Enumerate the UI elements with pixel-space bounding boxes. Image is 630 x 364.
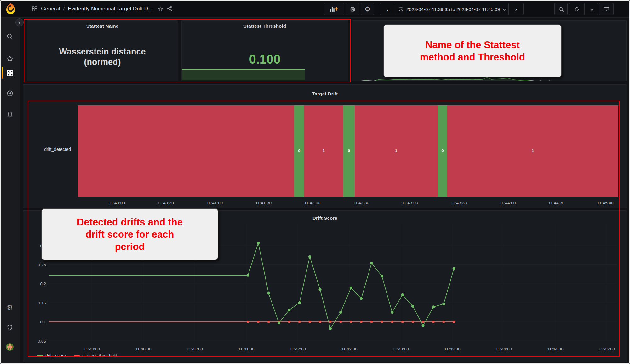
- x-tick-label: 11:42:00: [304, 201, 321, 205]
- svg-text:0.1: 0.1: [40, 320, 46, 324]
- monitor-icon: [603, 6, 610, 12]
- user-avatar[interactable]: [4, 341, 16, 353]
- chevron-right-icon: ›: [19, 20, 20, 25]
- annotation-callout-stattest: Name of the Stattest method and Threshol…: [383, 24, 562, 77]
- breadcrumb-title[interactable]: Evidently Numerical Target Drift D...: [68, 6, 152, 12]
- sidebar-item-configuration[interactable]: ⚙: [4, 302, 16, 314]
- svg-text:11:40:30: 11:40:30: [135, 347, 152, 351]
- left-sidebar: ⚙ ?: [0, 17, 20, 364]
- svg-text:11:42:30: 11:42:30: [341, 347, 358, 351]
- svg-text:11:45:00: 11:45:00: [599, 347, 615, 351]
- timeline-segment[interactable]: 0: [294, 105, 304, 197]
- svg-text:11:42:00: 11:42:00: [289, 347, 306, 351]
- legend-label: stattest_threshold: [82, 353, 117, 358]
- cycle-view-mode-button[interactable]: [599, 3, 614, 15]
- clock-icon: [398, 6, 404, 12]
- bell-icon: [6, 111, 14, 118]
- sidebar-item-starred[interactable]: [4, 53, 16, 65]
- stattest-threshold-value: 0.100: [182, 52, 348, 66]
- annotation-callout-drifts: Detected drifts and the drift score for …: [41, 208, 218, 260]
- breadcrumb-section[interactable]: General: [41, 6, 60, 12]
- panel-title[interactable]: Target Drift: [23, 91, 627, 96]
- refresh-button[interactable]: [569, 3, 584, 15]
- x-tick-label: 11:43:30: [451, 201, 467, 205]
- panel-title[interactable]: Stattest Name: [27, 23, 178, 29]
- legend-item-stattest_threshold[interactable]: stattest_threshold: [74, 353, 117, 358]
- timeline-segment[interactable]: 0: [438, 105, 447, 197]
- star-icon: [6, 55, 14, 62]
- sidebar-item-help[interactable]: ?: [4, 361, 16, 364]
- sidebar-expand-button[interactable]: ›: [15, 18, 24, 26]
- time-range-label: 2023-04-07 11:39:35 to 2023-04-07 11:45:…: [406, 7, 500, 12]
- x-tick-label: 11:40:30: [158, 201, 174, 205]
- segment-value-label: 1: [323, 148, 325, 153]
- svg-text:11:41:00: 11:41:00: [186, 347, 203, 351]
- star-dashboard-icon[interactable]: ☆: [158, 5, 163, 13]
- time-shift-back-button[interactable]: ‹: [380, 3, 395, 15]
- threshold-area-sparkline: [182, 69, 305, 80]
- segment-value-label: 0: [348, 148, 350, 153]
- svg-text:0.05: 0.05: [38, 339, 46, 344]
- active-section-indicator: [2, 67, 3, 79]
- x-tick-label: 11:41:30: [255, 201, 272, 205]
- add-panel-button[interactable]: [324, 3, 344, 15]
- dashboards-icon: [6, 69, 14, 77]
- zoom-out-icon: [558, 6, 564, 12]
- timeline-segment[interactable]: 0: [343, 105, 354, 197]
- x-tick-label: 11:44:00: [500, 201, 516, 205]
- timeline-segment[interactable]: 1: [447, 105, 618, 197]
- svg-text:0.25: 0.25: [38, 263, 46, 267]
- time-shift-forward-button[interactable]: ›: [509, 3, 523, 15]
- svg-text:11:44:30: 11:44:30: [547, 347, 564, 351]
- save-dashboard-button[interactable]: [346, 3, 359, 15]
- svg-text:0.2: 0.2: [40, 282, 46, 286]
- sidebar-item-server-admin[interactable]: [4, 321, 16, 333]
- sidebar-item-alerting[interactable]: [4, 108, 16, 120]
- legend-label: drift_score: [45, 353, 66, 358]
- x-tick-label: 11:44:30: [548, 201, 565, 205]
- avatar-icon: [6, 343, 14, 351]
- svg-text:11:41:30: 11:41:30: [238, 347, 255, 351]
- chevron-left-icon: ‹: [387, 6, 389, 12]
- grafana-logo-icon[interactable]: [5, 3, 16, 14]
- stattest-name-value: Wasserstein distance (normed): [27, 47, 178, 67]
- gear-icon: ⚙: [365, 5, 371, 13]
- sidebar-item-explore[interactable]: [4, 87, 16, 99]
- breadcrumb-separator: /: [63, 6, 65, 12]
- sidebar-item-search[interactable]: [4, 31, 16, 43]
- top-nav-bar: General / Evidently Numerical Target Dri…: [0, 0, 630, 18]
- panel-stattest-threshold: Stattest Threshold 0.100: [181, 20, 348, 81]
- legend-item-drift_score[interactable]: drift_score: [37, 353, 66, 358]
- zoom-out-time-button[interactable]: [554, 3, 568, 15]
- dashboard-settings-button[interactable]: ⚙: [361, 3, 374, 15]
- sidebar-item-dashboards[interactable]: [4, 67, 16, 79]
- share-icon[interactable]: [166, 6, 172, 12]
- timeline-segment[interactable]: 1: [355, 105, 438, 197]
- target-drift-plot[interactable]: 010101: [78, 105, 618, 197]
- segment-value-label: 0: [441, 148, 444, 153]
- breadcrumb[interactable]: General / Evidently Numerical Target Dri…: [32, 0, 172, 17]
- refresh-interval-dropdown[interactable]: [585, 3, 598, 15]
- panel-title[interactable]: Stattest Threshold: [182, 23, 348, 29]
- refresh-picker: [569, 3, 598, 15]
- segment-value-label: 1: [395, 148, 397, 153]
- x-tick-label: 11:43:00: [402, 201, 418, 205]
- timeline-y-label: drift_detected: [33, 147, 71, 152]
- plus-icon: [335, 8, 338, 10]
- compass-icon: [6, 90, 14, 97]
- search-icon: [6, 33, 13, 40]
- legend-swatch: [74, 355, 80, 357]
- legend-swatch: [37, 355, 43, 357]
- segment-value-label: 1: [532, 148, 534, 153]
- svg-text:0.15: 0.15: [38, 301, 46, 305]
- chevron-down-icon: [590, 7, 594, 11]
- timeline-segment[interactable]: 1: [304, 105, 343, 197]
- timeline-segment[interactable]: [78, 105, 294, 197]
- panel-target-drift: Target Drift drift_detected 010101 11:40…: [23, 84, 627, 208]
- x-tick-label: 11:45:00: [597, 201, 614, 205]
- time-range-button[interactable]: 2023-04-07 11:39:35 to 2023-04-07 11:45:…: [395, 3, 508, 15]
- grafana-dashboard: General / Evidently Numerical Target Dri…: [0, 0, 630, 364]
- svg-text:11:40:00: 11:40:00: [83, 347, 100, 351]
- svg-text:11:43:00: 11:43:00: [392, 347, 409, 351]
- gear-icon: ⚙: [7, 304, 13, 312]
